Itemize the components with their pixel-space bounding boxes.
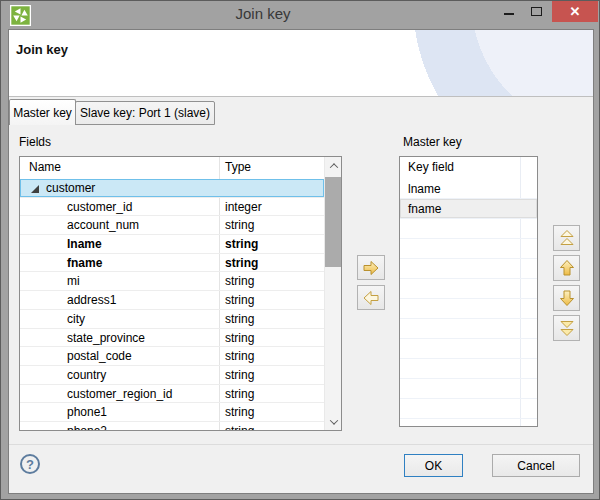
field-row-fname[interactable]: fnamestring: [20, 254, 324, 273]
maximize-icon: [531, 7, 542, 16]
double-chevron-down-icon: [558, 319, 576, 337]
arrow-left-icon: [361, 289, 381, 307]
field-name: state_province: [67, 331, 145, 345]
field-type: string: [225, 237, 258, 251]
minimize-icon: [504, 13, 514, 15]
field-type: string: [225, 368, 254, 382]
field-row-customer_id[interactable]: customer_idinteger: [20, 198, 324, 217]
minimize-button[interactable]: [495, 1, 523, 22]
column-header-name[interactable]: Name: [29, 160, 61, 174]
field-row-account_num[interactable]: account_numstring: [20, 216, 324, 235]
field-name: mi: [67, 274, 80, 288]
field-row-state_province[interactable]: state_provincestring: [20, 329, 324, 348]
field-row-country[interactable]: countrystring: [20, 366, 324, 385]
empty-row: [400, 379, 537, 399]
empty-row: [400, 319, 537, 339]
field-row-city[interactable]: citystring: [20, 310, 324, 329]
ok-button[interactable]: OK: [404, 454, 463, 477]
fields-panel-label: Fields: [19, 135, 51, 149]
titlebar[interactable]: Join key ✕: [1, 1, 599, 30]
column-header-key-field[interactable]: Key field: [408, 160, 454, 174]
maximize-button[interactable]: [523, 1, 551, 22]
field-type: string: [225, 405, 254, 419]
move-up-button[interactable]: [553, 255, 580, 281]
field-type: string: [225, 312, 254, 326]
empty-row: [400, 259, 537, 279]
empty-row: [400, 359, 537, 379]
close-icon: ✕: [570, 4, 581, 19]
fields-scrollbar[interactable]: [324, 157, 341, 430]
field-row-customer_region_id[interactable]: customer_region_idstring: [20, 385, 324, 404]
empty-row: [400, 299, 537, 319]
field-row-address1[interactable]: address1string: [20, 291, 324, 310]
window-title: Join key: [1, 5, 525, 22]
field-name: lname: [67, 237, 102, 251]
empty-row: [400, 279, 537, 299]
arrow-up-icon: [558, 258, 576, 278]
field-type: string: [225, 256, 258, 270]
master-key-panel-label: Master key: [403, 135, 462, 149]
move-first-button[interactable]: [553, 225, 580, 251]
scroll-up-button[interactable]: [325, 157, 342, 174]
empty-row: [400, 419, 537, 426]
scroll-down-button[interactable]: [325, 413, 342, 430]
fields-rows: customercustomer_idintegeraccount_numstr…: [20, 179, 324, 430]
fields-table-header: Name Type: [20, 157, 341, 179]
field-type: string: [225, 293, 254, 307]
key-field-row-lname[interactable]: lname: [400, 179, 537, 199]
field-name: country: [67, 368, 106, 382]
move-last-button[interactable]: [553, 315, 580, 341]
chevron-down-icon: [329, 416, 337, 424]
move-down-button[interactable]: [553, 285, 580, 311]
tree-expander-icon[interactable]: [31, 185, 39, 193]
scrollbar-thumb[interactable]: [325, 177, 342, 267]
cancel-button[interactable]: Cancel: [492, 454, 580, 477]
field-name: postal_code: [67, 349, 132, 363]
tab-slave-key[interactable]: Slave key: Port 1 (slave): [75, 101, 215, 125]
field-type: string: [225, 349, 254, 363]
arrow-down-icon: [558, 288, 576, 308]
field-row-mi[interactable]: mistring: [20, 272, 324, 291]
dialog-header: Join key: [9, 30, 593, 97]
column-header-type[interactable]: Type: [225, 160, 251, 174]
field-name: phone2: [67, 424, 107, 430]
field-type: string: [225, 274, 254, 288]
add-to-key-button[interactable]: [357, 255, 385, 280]
field-row-phone1[interactable]: phone1string: [20, 403, 324, 422]
field-type: integer: [225, 200, 262, 214]
master-key-table-header: Key field: [400, 157, 537, 179]
button-bar: ? OK Cancel: [9, 444, 593, 493]
field-type: string: [225, 331, 254, 345]
key-field-name: lname: [408, 182, 441, 196]
field-name: city: [67, 312, 85, 326]
tab-master-key[interactable]: Master key: [9, 99, 76, 125]
tree-node-label: customer: [46, 181, 95, 195]
help-button[interactable]: ?: [20, 454, 40, 474]
remove-from-key-button[interactable]: [357, 285, 385, 310]
empty-row: [400, 219, 537, 239]
key-field-name: fname: [408, 202, 441, 216]
field-name: customer_id: [67, 200, 132, 214]
field-name: fname: [67, 256, 102, 270]
field-name: customer_region_id: [67, 387, 172, 401]
field-type: string: [225, 424, 254, 430]
empty-row: [400, 239, 537, 259]
chevron-up-icon: [329, 163, 337, 171]
key-field-row-fname[interactable]: fname: [400, 199, 537, 219]
close-button[interactable]: ✕: [552, 1, 598, 22]
field-type: string: [225, 218, 254, 232]
empty-row: [400, 339, 537, 359]
field-row-postal_code[interactable]: postal_codestring: [20, 347, 324, 366]
field-row-phone2[interactable]: phone2string: [20, 422, 324, 430]
join-key-dialog: Join key ✕ Join key Master key Slave key…: [0, 0, 600, 500]
field-type: string: [225, 387, 254, 401]
dialog-content: Join key Master key Slave key: Port 1 (s…: [9, 30, 593, 493]
question-mark-icon: ?: [26, 457, 34, 472]
master-key-rows: lnamefname: [400, 179, 537, 426]
field-name: phone1: [67, 405, 107, 419]
header-gradient-decoration: [393, 30, 593, 97]
master-key-table: Key field lnamefname: [399, 156, 538, 427]
field-row-lname[interactable]: lnamestring: [20, 235, 324, 254]
fields-table: Name Type customercustomer_idintegeracco…: [19, 156, 342, 431]
tree-node-customer[interactable]: customer: [20, 179, 324, 198]
